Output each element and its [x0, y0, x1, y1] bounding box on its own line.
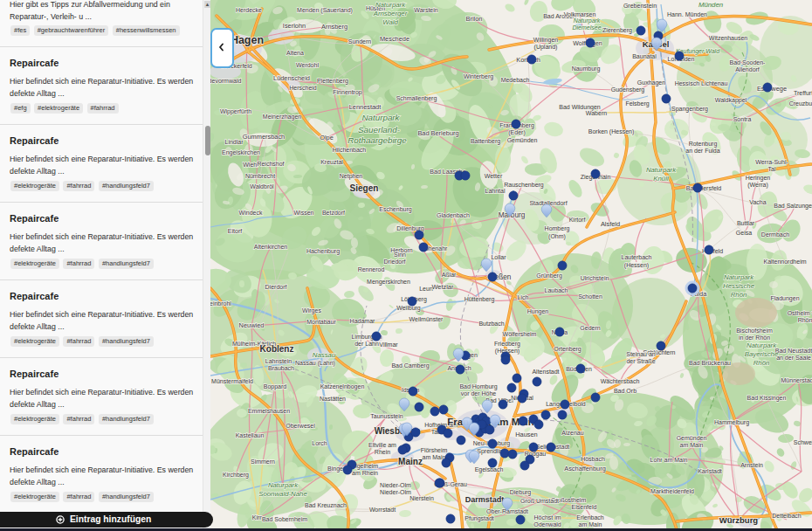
svg-text:Eschenburg: Eschenburg — [379, 206, 411, 213]
svg-text:Finnentrop: Finnentrop — [333, 89, 362, 96]
svg-text:Weilburg: Weilburg — [396, 305, 421, 312]
svg-text:Rhein: Rhein — [375, 449, 390, 455]
svg-text:Altena: Altena — [286, 50, 304, 56]
svg-text:Hösbach: Hösbach — [581, 456, 605, 462]
svg-text:Alsfeld: Alsfeld — [601, 220, 620, 228]
svg-text:Koblenz: Koblenz — [260, 344, 294, 354]
svg-text:Altenkirchen: Altenkirchen — [254, 244, 288, 250]
svg-text:Friedberg: Friedberg — [494, 341, 520, 348]
svg-text:Arnsberg: Arnsberg — [321, 23, 348, 31]
svg-text:Nassau: Nassau — [313, 351, 336, 359]
svg-text:Hessisch Lichtenau: Hessisch Lichtenau — [675, 80, 728, 86]
svg-text:Steinau an: Steinau an — [626, 351, 656, 357]
svg-text:Allendorf: Allendorf — [735, 66, 760, 72]
svg-text:Waldbröl: Waldbröl — [250, 183, 274, 190]
svg-text:Medebach: Medebach — [501, 77, 530, 83]
svg-text:Arnstein: Arnstein — [740, 462, 763, 468]
svg-text:Hilchenbach: Hilchenbach — [333, 147, 367, 153]
svg-text:Zierenberg: Zierenberg — [602, 27, 632, 34]
svg-text:Homberg: Homberg — [545, 225, 570, 232]
svg-text:Engelskirchen: Engelskirchen — [222, 149, 260, 156]
svg-text:am Rhein: am Rhein — [352, 470, 378, 476]
svg-text:Wirges: Wirges — [302, 307, 321, 314]
svg-text:in der Rhön: in der Rhön — [739, 334, 770, 341]
svg-text:Bayerische: Bayerische — [745, 350, 779, 358]
svg-text:Naumburg: Naumburg — [572, 66, 601, 72]
svg-text:Bad Kreuznach: Bad Kreuznach — [305, 502, 347, 508]
svg-text:Eltville am: Eltville am — [368, 442, 396, 448]
svg-text:Herdecke: Herdecke — [236, 7, 262, 13]
svg-text:vor der Höhe: vor der Höhe — [461, 390, 497, 397]
svg-text:Warstein: Warstein — [414, 7, 437, 13]
svg-text:Lennestadt: Lennestadt — [349, 103, 382, 111]
svg-text:Lüdenscheid: Lüdenscheid — [273, 74, 310, 82]
svg-text:Hausen: Hausen — [515, 431, 537, 438]
svg-text:(Eder): (Eder) — [508, 129, 525, 136]
svg-text:Darmstadt: Darmstadt — [465, 495, 505, 504]
svg-text:Heringen: Heringen — [746, 175, 771, 182]
svg-text:Dettelbach: Dettelbach — [772, 513, 802, 519]
svg-text:Ortenberg: Ortenberg — [554, 346, 581, 353]
svg-text:Alzenau: Alzenau — [561, 430, 583, 436]
svg-text:(Werra): (Werra) — [747, 182, 768, 189]
svg-text:Gedern: Gedern — [580, 325, 600, 331]
svg-text:Egelsbach: Egelsbach — [475, 466, 504, 473]
svg-text:Naturpark: Naturpark — [268, 481, 299, 489]
svg-text:am Main: am Main — [680, 442, 704, 448]
svg-text:Ulrichstein: Ulrichstein — [581, 275, 609, 281]
svg-text:Dermbach: Dermbach — [761, 231, 789, 238]
svg-text:Bad Neustadt: Bad Neustadt — [775, 348, 812, 354]
svg-text:Witzenhausen: Witzenhausen — [709, 35, 747, 41]
svg-text:Worrstadt: Worrstadt — [369, 507, 396, 513]
svg-text:Iserlohn: Iserlohn — [283, 22, 306, 30]
svg-text:Naturpark: Naturpark — [646, 166, 677, 174]
svg-text:Naturpark: Naturpark — [574, 17, 601, 24]
svg-text:Kreuztal: Kreuztal — [320, 159, 343, 165]
svg-text:Wölfersheim: Wölfersheim — [503, 331, 537, 337]
svg-text:Eitorf: Eitorf — [228, 228, 242, 234]
svg-text:Baunatal: Baunatal — [632, 53, 657, 59]
svg-text:Emmelshausen: Emmelshausen — [248, 408, 290, 414]
svg-text:Rhön: Rhön — [798, 317, 812, 323]
svg-text:Bad Orb: Bad Orb — [614, 388, 637, 394]
svg-text:Altenstadt: Altenstadt — [532, 369, 559, 375]
svg-text:Lich: Lich — [518, 294, 529, 300]
svg-text:am Main: am Main — [579, 521, 602, 528]
svg-text:Grebenstein: Grebenstein — [623, 3, 657, 9]
svg-text:Münnerstadt: Münnerstadt — [781, 377, 812, 383]
svg-text:Odenwald: Odenwald — [533, 521, 561, 528]
svg-text:Wissen: Wissen — [294, 210, 314, 216]
svg-text:Netphen: Netphen — [340, 173, 363, 180]
svg-text:Lauterbach: Lauterbach — [621, 254, 651, 260]
svg-text:Bad Kissingen: Bad Kissingen — [747, 395, 787, 402]
svg-text:Driedorf: Driedorf — [384, 259, 406, 265]
svg-text:Mainz: Mainz — [398, 457, 423, 466]
svg-text:Wald: Wald — [382, 18, 398, 26]
svg-text:Treffurt: Treffurt — [794, 90, 812, 96]
svg-text:Grünberg: Grünberg — [536, 272, 562, 279]
svg-text:Soonwald-Nahe: Soonwald-Nahe — [258, 490, 307, 498]
svg-text:Nieder-Olm: Nieder-Olm — [380, 489, 411, 495]
svg-text:Winterberg: Winterberg — [464, 73, 493, 80]
svg-text:Hann. Münden: Hann. Münden — [667, 11, 707, 17]
svg-text:Willingen: Willingen — [533, 37, 559, 44]
svg-text:Schotten: Schotten — [578, 293, 602, 300]
svg-text:Fladungen: Fladungen — [770, 295, 799, 302]
svg-text:Rotenburg: Rotenburg — [689, 141, 718, 148]
svg-text:Elsenfeld: Elsenfeld — [572, 504, 597, 510]
svg-text:Vacha: Vacha — [749, 199, 766, 205]
svg-text:Aschaffenburg: Aschaffenburg — [564, 465, 606, 472]
svg-text:Bad Camberg: Bad Camberg — [391, 362, 429, 369]
svg-text:Kirchberg: Kirchberg — [223, 472, 249, 479]
svg-text:Wetzlar: Wetzlar — [432, 283, 454, 291]
svg-text:Hammelburg: Hammelburg — [714, 419, 749, 426]
svg-text:Werdohl: Werdohl — [296, 62, 319, 68]
svg-text:Bad Brückenau: Bad Brückenau — [689, 360, 731, 366]
svg-text:Rheinbrohl: Rheinbrohl — [210, 300, 231, 307]
svg-text:Butzbach: Butzbach — [478, 321, 504, 327]
svg-text:Marktheidenfeld: Marktheidenfeld — [650, 488, 694, 494]
svg-text:Mengerskirchen: Mengerskirchen — [367, 279, 410, 286]
svg-text:Lohr am Main: Lohr am Main — [650, 457, 688, 463]
svg-text:Rhön: Rhön — [754, 359, 770, 367]
svg-text:am Main: am Main — [423, 454, 446, 460]
